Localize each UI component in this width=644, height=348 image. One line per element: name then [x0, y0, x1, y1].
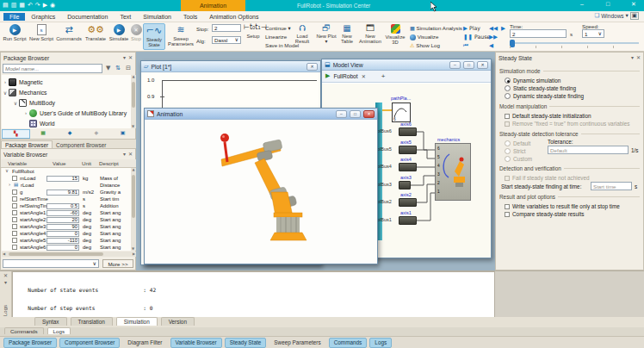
- minimize-button[interactable]: –: [575, 1, 589, 10]
- filter-icon[interactable]: ▼: [106, 65, 110, 71]
- expand-icon[interactable]: ›: [9, 183, 10, 188]
- simulate-button[interactable]: ▶Simulate: [108, 24, 129, 41]
- statusbar-sweep-parameters[interactable]: Sweep Parameters: [269, 338, 325, 348]
- pin-log-icon[interactable]: ▾: [0, 280, 11, 285]
- table-row[interactable]: ∨FullRobot: [2, 168, 131, 175]
- table-row[interactable]: g9.81m/s2Gravity a: [2, 189, 131, 196]
- menu-file[interactable]: File: [3, 13, 25, 21]
- value-field[interactable]: -110: [46, 238, 79, 244]
- text-view-button[interactable]: ▣: [109, 129, 136, 139]
- more-button[interactable]: More >>: [102, 259, 133, 268]
- plot-checkbox[interactable]: [12, 238, 17, 243]
- close-button[interactable]: ✕: [627, 1, 641, 10]
- collapse-icon[interactable]: ∨: [5, 169, 9, 174]
- pause-button[interactable]: ❚❚ Pause: [463, 34, 490, 40]
- pin-icon[interactable]: ▾: [123, 152, 126, 157]
- plot-checkbox[interactable]: [12, 245, 17, 250]
- time-field[interactable]: 2: [510, 29, 567, 38]
- col-value[interactable]: Value: [53, 160, 65, 166]
- visualize-3d-button[interactable]: Visualize 3D: [383, 24, 407, 45]
- animation-close-button[interactable]: ✕: [363, 110, 375, 118]
- translate-button[interactable]: ⚙⚙Translate: [84, 24, 108, 41]
- model-close-button[interactable]: ✕: [477, 61, 488, 69]
- close-panel-icon[interactable]: ✕: [128, 152, 133, 157]
- value-field[interactable]: -60: [46, 210, 79, 216]
- plot-checkbox[interactable]: [12, 203, 17, 208]
- animation-maximize-button[interactable]: □: [350, 110, 361, 118]
- value-field[interactable]: 0: [46, 231, 79, 237]
- skip-to-start-button[interactable]: ⏮: [463, 42, 468, 49]
- table-row[interactable]: refSwingTime0.5sAddition: [2, 202, 131, 209]
- new-script-button[interactable]: sNew Script: [28, 24, 54, 41]
- statusbar-component-browser[interactable]: Component Browser: [59, 338, 120, 348]
- value-field[interactable]: 90: [46, 224, 79, 230]
- tree-item-users-guide[interactable]: ›User's Guide of MultiBody Library: [2, 108, 131, 118]
- table-row[interactable]: startAngle1-60degStart ang: [2, 209, 131, 216]
- table-row[interactable]: startAngle220degStart ang: [2, 216, 131, 223]
- tree-item-mechanics[interactable]: ∨Mechanics: [2, 87, 131, 97]
- plot-checkbox[interactable]: [12, 217, 17, 222]
- value-field[interactable]: 0: [46, 245, 79, 251]
- tolerance-field[interactable]: Default: [548, 146, 629, 154]
- value-field[interactable]: 20: [46, 217, 79, 223]
- new-animation-button[interactable]: 🗔New Animation: [357, 24, 383, 44]
- value-field[interactable]: 9.81: [46, 190, 79, 196]
- stop-time-field[interactable]: 2: [212, 24, 241, 32]
- close-tab-icon[interactable]: ✕: [362, 74, 366, 79]
- pin-icon[interactable]: ▾: [631, 55, 634, 60]
- plot-checkbox[interactable]: [12, 224, 17, 229]
- statusbar-package-browser[interactable]: Package Browser: [3, 338, 57, 348]
- icon-view-button[interactable]: ▚: [2, 129, 30, 139]
- tab-fullrobot[interactable]: FullRobot: [333, 73, 357, 79]
- tree-item-multibody[interactable]: ∨MultiBody: [2, 97, 131, 108]
- close-log-icon[interactable]: ✕: [0, 273, 11, 278]
- table-row[interactable]: startAngle60degStart ang: [2, 244, 131, 251]
- load-result-button[interactable]: ⮉Load Result: [291, 24, 313, 44]
- menu-simulation[interactable]: Simulation: [137, 13, 177, 21]
- table-row[interactable]: startAngle40degStart ang: [2, 230, 131, 237]
- algorithm-select[interactable]: Dassl∨: [212, 36, 241, 44]
- collapse-all-icon[interactable]: ⊟: [126, 65, 131, 71]
- redo-icon[interactable]: ↷: [35, 3, 40, 9]
- tab-simulation-log[interactable]: Simulation: [116, 317, 158, 326]
- pin-icon[interactable]: ▾: [123, 55, 126, 60]
- speed-select[interactable]: 1∨: [582, 29, 604, 38]
- path-planning-component[interactable]: 6: [392, 103, 411, 122]
- model-view-titlebar[interactable]: ⬓ Model View – □ ✕: [322, 59, 491, 71]
- statusbar-diagram-filter[interactable]: Diagram Filter: [122, 338, 167, 348]
- new-table-button[interactable]: ▦New Table: [337, 24, 357, 44]
- col-unit[interactable]: Unit: [82, 160, 91, 166]
- close-panel-icon[interactable]: ✕: [636, 55, 641, 60]
- checkbox-compare-results[interactable]: Compare steady-state results: [505, 211, 584, 217]
- variable-hscrollbar[interactable]: ◀▶: [2, 252, 136, 257]
- open-file-icon[interactable]: ▥: [11, 3, 17, 9]
- tab-version[interactable]: Version: [161, 317, 195, 326]
- axis1-component[interactable]: [399, 216, 417, 225]
- tab-logs[interactable]: Logs: [47, 327, 71, 334]
- table-row[interactable]: ›▤rLoadDistance: [2, 182, 131, 189]
- time-slider-track[interactable]: [510, 42, 639, 44]
- commands-button[interactable]: ⇄Commands: [55, 24, 83, 41]
- plot-close-button[interactable]: ✕: [307, 63, 318, 71]
- tab-syntax[interactable]: Syntax: [34, 317, 67, 326]
- table-row[interactable]: mLoad15kgMass of: [2, 175, 131, 182]
- frame-back-button[interactable]: ◀: [489, 42, 493, 49]
- animation-titlebar[interactable]: Animation – □ ✕: [145, 109, 377, 120]
- plot-window-titlebar[interactable]: ▱ Plot [1*] ✕: [141, 61, 320, 72]
- checkbox-remove-fixed[interactable]: Remove "fixed = true" from continuous va…: [505, 121, 630, 127]
- step-forward-button[interactable]: ▶▶: [489, 34, 498, 40]
- radio-dynamic-steady-state[interactable]: Dynamic steady-state finding: [505, 93, 584, 99]
- animation-window[interactable]: Animation – □ ✕: [144, 108, 378, 264]
- windows-menu[interactable]: ❏ Windows▾ ▣: [594, 12, 639, 20]
- value-field[interactable]: 0.5: [46, 203, 79, 209]
- table-row[interactable]: startAngle390degStart ang: [2, 223, 131, 230]
- collapse-icon[interactable]: ∨: [2, 90, 9, 96]
- table-row[interactable]: startAngle5-110degStart ang: [2, 237, 131, 244]
- tree-item-magnetic[interactable]: ›Magnetic: [2, 77, 131, 87]
- expand-icon[interactable]: ›: [2, 79, 9, 84]
- tab-translation[interactable]: Translation: [71, 317, 113, 326]
- diagram-view-button[interactable]: ▦: [30, 129, 57, 139]
- radio-tolerance-default[interactable]: Default: [505, 140, 530, 146]
- simulation-analysis-button[interactable]: ▦ Simulation Analysis: [410, 25, 462, 31]
- table-row[interactable]: refStartTimesStart tim: [2, 196, 131, 202]
